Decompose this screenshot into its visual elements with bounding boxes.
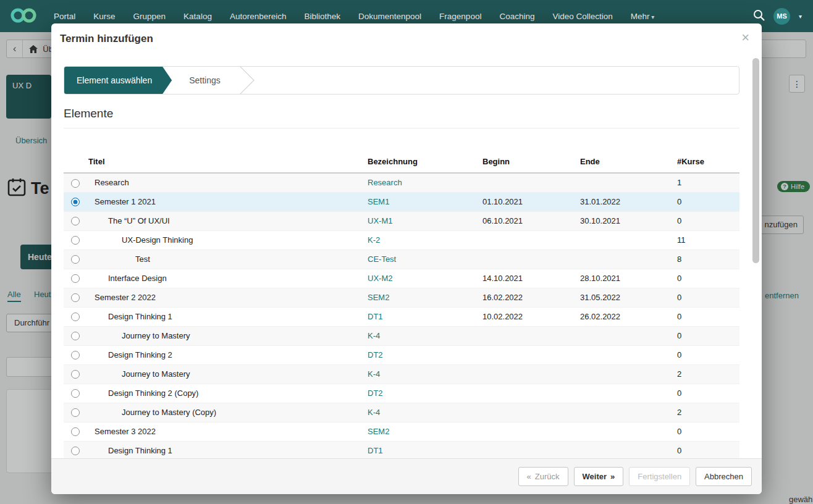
- row-begin: [481, 403, 579, 422]
- back-button[interactable]: « Zurück: [518, 467, 568, 486]
- row-begin: [481, 422, 579, 441]
- row-radio[interactable]: [71, 255, 80, 264]
- double-chevron-left-icon: «: [527, 472, 531, 481]
- scrollbar-track[interactable]: [752, 56, 759, 456]
- row-radio[interactable]: [71, 408, 80, 417]
- row-title: UX-Design Thinking: [87, 230, 366, 250]
- scrollbar-thumb[interactable]: [752, 58, 759, 263]
- nav-item-mehr[interactable]: Mehr ▾: [631, 12, 655, 21]
- row-end: [579, 173, 676, 192]
- table-row[interactable]: The “U” Of UX/UI UX-M1 06.10.2021 30.10.…: [64, 211, 739, 230]
- table-row[interactable]: Semester 1 2021 SEM1 01.10.2021 31.01.20…: [64, 192, 739, 211]
- row-radio[interactable]: [71, 179, 80, 188]
- column-header-beginn: Beginn: [481, 153, 579, 173]
- row-end: [579, 364, 676, 384]
- row-radio[interactable]: [71, 274, 80, 283]
- row-code-link[interactable]: K-4: [368, 408, 380, 417]
- nav-item-coaching[interactable]: Coaching: [499, 12, 534, 21]
- row-begin: [481, 441, 579, 460]
- row-radio[interactable]: [71, 389, 80, 398]
- infinity-logo[interactable]: [10, 6, 37, 27]
- row-code-link[interactable]: Research: [368, 178, 402, 187]
- nav-item-katalog[interactable]: Katalog: [183, 12, 212, 21]
- nav-item-fragenpool[interactable]: Fragenpool: [439, 12, 481, 21]
- row-code-link[interactable]: DT1: [368, 446, 383, 455]
- nav-item-kurse[interactable]: Kurse: [93, 12, 115, 21]
- row-title: Semester 3 2022: [87, 422, 366, 441]
- row-code-link[interactable]: UX-M1: [368, 216, 392, 225]
- elements-table: Titel Bezeichnung Beginn Ende #Kurse Res…: [64, 153, 739, 461]
- row-courses: 0: [676, 384, 739, 403]
- row-code-link[interactable]: CE-Test: [368, 254, 396, 264]
- table-row[interactable]: Interface Design UX-M2 14.10.2021 28.10.…: [64, 269, 739, 288]
- row-begin: [481, 250, 579, 269]
- table-row[interactable]: Research Research 1: [64, 173, 739, 192]
- table-row[interactable]: Semester 2 2022 SEM2 16.02.2022 31.05.20…: [64, 288, 739, 307]
- table-row[interactable]: Design Thinking 2 DT2 0: [64, 345, 739, 364]
- row-begin: [481, 230, 579, 250]
- row-code-link[interactable]: K-4: [368, 331, 380, 340]
- row-code-link[interactable]: UX-M2: [368, 274, 392, 283]
- wizard-step-element-auswaehlen[interactable]: Element auswählen: [64, 67, 172, 94]
- row-end: [579, 345, 676, 364]
- table-row[interactable]: Journey to Mastery K-4 2: [64, 364, 739, 384]
- row-begin: 16.02.2022: [481, 288, 579, 307]
- table-row[interactable]: Test CE-Test 8: [64, 250, 739, 269]
- nav-item-dokumentenpool[interactable]: Dokumentenpool: [358, 12, 421, 21]
- row-end: [579, 250, 676, 269]
- row-radio[interactable]: [71, 332, 80, 340]
- table-row[interactable]: Design Thinking 2 (Copy) DT2 0: [64, 384, 739, 403]
- row-courses: 2: [676, 403, 739, 422]
- row-title: Semester 1 2021: [87, 192, 366, 211]
- nav-item-portal[interactable]: Portal: [54, 12, 75, 21]
- row-title: Design Thinking 1: [87, 441, 366, 460]
- avatar[interactable]: MS: [773, 8, 790, 25]
- row-code-link[interactable]: K-2: [368, 235, 380, 245]
- row-end: 31.01.2022: [579, 192, 676, 211]
- row-courses: 0: [676, 441, 739, 460]
- row-code-link[interactable]: SEM1: [368, 197, 389, 206]
- row-radio[interactable]: [71, 293, 80, 302]
- row-code-link[interactable]: K-4: [368, 369, 380, 379]
- row-radio[interactable]: [71, 351, 80, 359]
- row-code-link[interactable]: SEM2: [368, 427, 389, 436]
- row-radio[interactable]: [71, 370, 80, 379]
- row-begin: 06.10.2021: [481, 211, 579, 230]
- search-icon[interactable]: [753, 9, 765, 23]
- row-end: 26.02.2022: [579, 307, 676, 326]
- column-header-radio: [64, 153, 87, 173]
- table-row[interactable]: Journey to Mastery (Copy) K-4 2: [64, 403, 739, 422]
- nav-item-gruppen[interactable]: Gruppen: [133, 12, 166, 21]
- row-code-link[interactable]: DT2: [368, 350, 383, 359]
- table-row[interactable]: Semester 3 2022 SEM2 0: [64, 422, 739, 441]
- wizard-step-settings[interactable]: Settings: [172, 67, 237, 94]
- row-courses: 0: [676, 307, 739, 326]
- next-button[interactable]: Weiter »: [574, 467, 624, 486]
- chevron-down-icon[interactable]: ▾: [799, 13, 802, 20]
- row-code-link[interactable]: SEM2: [368, 293, 389, 302]
- row-courses: 0: [676, 326, 739, 345]
- nav-item-bibliothek[interactable]: Bibliothek: [304, 12, 340, 21]
- table-row[interactable]: Design Thinking 1 DT1 0: [64, 441, 739, 460]
- nav-item-autorenbereich[interactable]: Autorenbereich: [230, 12, 287, 21]
- row-courses: 8: [676, 250, 739, 269]
- row-courses: 0: [676, 211, 739, 230]
- table-row[interactable]: UX-Design Thinking K-2 11: [64, 230, 739, 250]
- close-icon[interactable]: ×: [741, 31, 749, 44]
- row-begin: [481, 173, 579, 192]
- row-radio[interactable]: [71, 313, 80, 321]
- table-row[interactable]: Design Thinking 1 DT1 10.02.2022 26.02.2…: [64, 307, 739, 326]
- row-radio[interactable]: [71, 236, 80, 245]
- row-radio[interactable]: [71, 427, 80, 436]
- row-begin: 10.02.2022: [481, 307, 579, 326]
- row-radio[interactable]: [71, 447, 80, 455]
- finish-button[interactable]: Fertigstellen: [629, 467, 690, 486]
- row-code-link[interactable]: DT2: [368, 388, 383, 398]
- cancel-button[interactable]: Abbrechen: [696, 467, 752, 486]
- row-code-link[interactable]: DT1: [368, 312, 383, 321]
- row-title: Journey to Mastery: [87, 326, 366, 345]
- table-row[interactable]: Journey to Mastery K-4 0: [64, 326, 739, 345]
- nav-item-video-collection[interactable]: Video Collection: [552, 12, 612, 21]
- row-radio[interactable]: [71, 198, 80, 206]
- row-radio[interactable]: [71, 217, 80, 225]
